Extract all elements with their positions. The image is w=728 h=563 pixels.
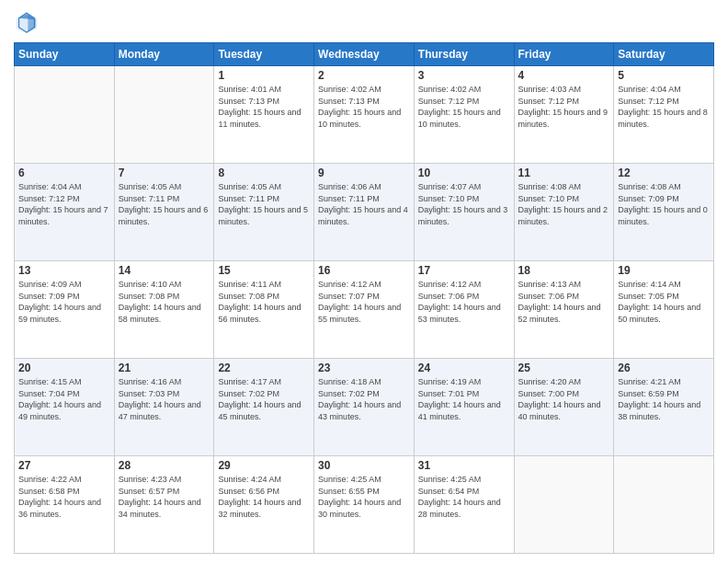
calendar-cell: 17Sunrise: 4:12 AM Sunset: 7:06 PM Dayli… [414, 261, 514, 359]
day-info: Sunrise: 4:16 AM Sunset: 7:03 PM Dayligh… [119, 376, 210, 422]
calendar-cell: 26Sunrise: 4:21 AM Sunset: 6:59 PM Dayli… [614, 359, 714, 456]
day-info: Sunrise: 4:25 AM Sunset: 6:54 PM Dayligh… [418, 474, 510, 520]
day-number: 29 [218, 459, 310, 472]
logo-icon [14, 9, 40, 35]
day-info: Sunrise: 4:17 AM Sunset: 7:02 PM Dayligh… [218, 376, 310, 422]
calendar-cell: 14Sunrise: 4:10 AM Sunset: 7:08 PM Dayli… [114, 261, 214, 359]
calendar-cell: 12Sunrise: 4:08 AM Sunset: 7:09 PM Dayli… [614, 164, 714, 261]
calendar-cell: 31Sunrise: 4:25 AM Sunset: 6:54 PM Dayli… [414, 456, 514, 554]
calendar-cell: 10Sunrise: 4:07 AM Sunset: 7:10 PM Dayli… [414, 164, 514, 261]
calendar-cell: 11Sunrise: 4:08 AM Sunset: 7:10 PM Dayli… [514, 164, 614, 261]
calendar-header-friday: Friday [514, 43, 614, 66]
day-number: 9 [318, 167, 410, 179]
calendar-cell: 3Sunrise: 4:02 AM Sunset: 7:12 PM Daylig… [414, 66, 514, 164]
day-info: Sunrise: 4:22 AM Sunset: 6:58 PM Dayligh… [18, 474, 110, 520]
day-info: Sunrise: 4:12 AM Sunset: 7:06 PM Dayligh… [418, 279, 510, 325]
day-info: Sunrise: 4:02 AM Sunset: 7:12 PM Dayligh… [418, 84, 510, 130]
day-info: Sunrise: 4:06 AM Sunset: 7:11 PM Dayligh… [318, 181, 410, 227]
calendar-cell: 23Sunrise: 4:18 AM Sunset: 7:02 PM Dayli… [314, 359, 415, 456]
day-number: 15 [218, 264, 310, 277]
calendar-header-saturday: Saturday [614, 43, 714, 66]
day-number: 4 [518, 69, 610, 82]
calendar-cell: 5Sunrise: 4:04 AM Sunset: 7:12 PM Daylig… [614, 66, 714, 164]
day-number: 25 [518, 362, 610, 374]
calendar-week-row: 1Sunrise: 4:01 AM Sunset: 7:13 PM Daylig… [15, 66, 714, 164]
calendar-cell: 4Sunrise: 4:03 AM Sunset: 7:12 PM Daylig… [514, 66, 614, 164]
day-number: 11 [518, 167, 610, 179]
calendar-cell: 20Sunrise: 4:15 AM Sunset: 7:04 PM Dayli… [15, 359, 115, 456]
page: SundayMondayTuesdayWednesdayThursdayFrid… [0, 0, 728, 563]
calendar-cell: 28Sunrise: 4:23 AM Sunset: 6:57 PM Dayli… [114, 456, 214, 554]
calendar-cell [614, 456, 714, 554]
calendar-week-row: 6Sunrise: 4:04 AM Sunset: 7:12 PM Daylig… [15, 164, 714, 261]
day-number: 12 [618, 167, 710, 179]
day-info: Sunrise: 4:05 AM Sunset: 7:11 PM Dayligh… [218, 181, 310, 227]
day-number: 6 [18, 167, 110, 179]
calendar-week-row: 13Sunrise: 4:09 AM Sunset: 7:09 PM Dayli… [15, 261, 714, 359]
day-info: Sunrise: 4:08 AM Sunset: 7:10 PM Dayligh… [518, 181, 610, 227]
calendar-cell: 6Sunrise: 4:04 AM Sunset: 7:12 PM Daylig… [15, 164, 115, 261]
day-info: Sunrise: 4:13 AM Sunset: 7:06 PM Dayligh… [518, 279, 610, 325]
calendar-cell: 16Sunrise: 4:12 AM Sunset: 7:07 PM Dayli… [314, 261, 415, 359]
day-number: 28 [119, 459, 210, 472]
day-info: Sunrise: 4:18 AM Sunset: 7:02 PM Dayligh… [318, 376, 410, 422]
day-number: 2 [318, 69, 410, 82]
day-number: 13 [18, 264, 110, 277]
calendar-header-wednesday: Wednesday [314, 43, 415, 66]
calendar-cell: 30Sunrise: 4:25 AM Sunset: 6:55 PM Dayli… [314, 456, 415, 554]
day-info: Sunrise: 4:04 AM Sunset: 7:12 PM Dayligh… [18, 181, 110, 227]
calendar-cell: 2Sunrise: 4:02 AM Sunset: 7:13 PM Daylig… [314, 66, 415, 164]
day-number: 31 [418, 459, 510, 472]
day-number: 17 [418, 264, 510, 277]
day-number: 30 [318, 459, 410, 472]
day-number: 26 [618, 362, 710, 374]
calendar-cell: 15Sunrise: 4:11 AM Sunset: 7:08 PM Dayli… [214, 261, 314, 359]
day-info: Sunrise: 4:10 AM Sunset: 7:08 PM Dayligh… [119, 279, 210, 325]
day-info: Sunrise: 4:04 AM Sunset: 7:12 PM Dayligh… [618, 84, 710, 130]
day-info: Sunrise: 4:25 AM Sunset: 6:55 PM Dayligh… [318, 474, 410, 520]
day-number: 23 [318, 362, 410, 374]
day-number: 10 [418, 167, 510, 179]
day-number: 20 [18, 362, 110, 374]
calendar-header-row: SundayMondayTuesdayWednesdayThursdayFrid… [15, 43, 714, 66]
calendar-cell: 18Sunrise: 4:13 AM Sunset: 7:06 PM Dayli… [514, 261, 614, 359]
day-info: Sunrise: 4:03 AM Sunset: 7:12 PM Dayligh… [518, 84, 610, 130]
calendar-week-row: 20Sunrise: 4:15 AM Sunset: 7:04 PM Dayli… [15, 359, 714, 456]
calendar-header-monday: Monday [114, 43, 214, 66]
calendar-cell: 21Sunrise: 4:16 AM Sunset: 7:03 PM Dayli… [114, 359, 214, 456]
calendar-cell: 25Sunrise: 4:20 AM Sunset: 7:00 PM Dayli… [514, 359, 614, 456]
day-number: 18 [518, 264, 610, 277]
day-number: 3 [418, 69, 510, 82]
calendar-cell: 8Sunrise: 4:05 AM Sunset: 7:11 PM Daylig… [214, 164, 314, 261]
logo [14, 9, 43, 35]
calendar-header-thursday: Thursday [414, 43, 514, 66]
calendar-cell: 22Sunrise: 4:17 AM Sunset: 7:02 PM Dayli… [214, 359, 314, 456]
day-info: Sunrise: 4:07 AM Sunset: 7:10 PM Dayligh… [418, 181, 510, 227]
calendar-cell: 24Sunrise: 4:19 AM Sunset: 7:01 PM Dayli… [414, 359, 514, 456]
day-info: Sunrise: 4:05 AM Sunset: 7:11 PM Dayligh… [119, 181, 210, 227]
day-info: Sunrise: 4:09 AM Sunset: 7:09 PM Dayligh… [18, 279, 110, 325]
day-number: 7 [119, 167, 210, 179]
calendar-cell [514, 456, 614, 554]
calendar-cell: 13Sunrise: 4:09 AM Sunset: 7:09 PM Dayli… [15, 261, 115, 359]
calendar-cell [15, 66, 115, 164]
day-number: 22 [218, 362, 310, 374]
day-info: Sunrise: 4:20 AM Sunset: 7:00 PM Dayligh… [518, 376, 610, 422]
day-info: Sunrise: 4:14 AM Sunset: 7:05 PM Dayligh… [618, 279, 710, 325]
calendar-table: SundayMondayTuesdayWednesdayThursdayFrid… [14, 42, 714, 554]
day-number: 14 [119, 264, 210, 277]
day-info: Sunrise: 4:11 AM Sunset: 7:08 PM Dayligh… [218, 279, 310, 325]
calendar-cell: 29Sunrise: 4:24 AM Sunset: 6:56 PM Dayli… [214, 456, 314, 554]
day-info: Sunrise: 4:01 AM Sunset: 7:13 PM Dayligh… [218, 84, 310, 130]
calendar-cell: 7Sunrise: 4:05 AM Sunset: 7:11 PM Daylig… [114, 164, 214, 261]
calendar-cell: 27Sunrise: 4:22 AM Sunset: 6:58 PM Dayli… [15, 456, 115, 554]
calendar-cell: 9Sunrise: 4:06 AM Sunset: 7:11 PM Daylig… [314, 164, 415, 261]
calendar-cell: 19Sunrise: 4:14 AM Sunset: 7:05 PM Dayli… [614, 261, 714, 359]
day-number: 5 [618, 69, 710, 82]
day-info: Sunrise: 4:24 AM Sunset: 6:56 PM Dayligh… [218, 474, 310, 520]
day-number: 24 [418, 362, 510, 374]
day-number: 27 [18, 459, 110, 472]
day-number: 19 [618, 264, 710, 277]
header [14, 9, 714, 35]
day-info: Sunrise: 4:15 AM Sunset: 7:04 PM Dayligh… [18, 376, 110, 422]
